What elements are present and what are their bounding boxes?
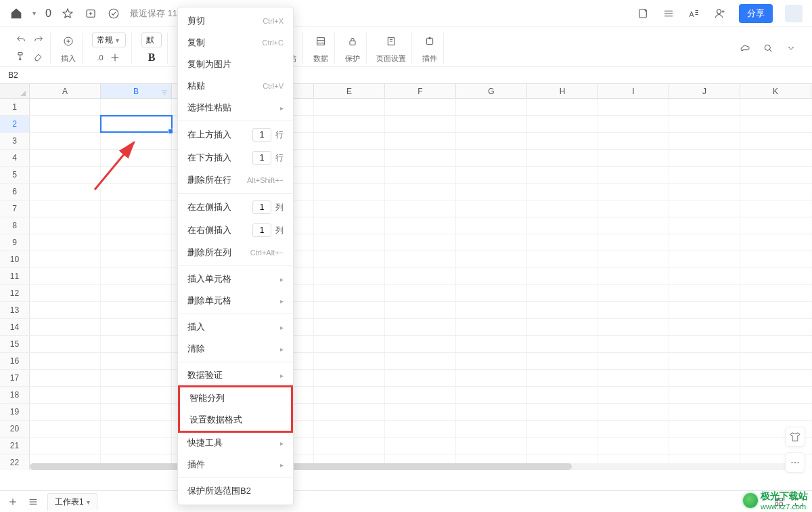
cell[interactable] bbox=[385, 404, 456, 420]
ctx-set-data-format[interactable]: 设置数据格式 bbox=[180, 409, 291, 431]
cell[interactable] bbox=[740, 251, 811, 268]
ctx-plugin[interactable]: 插件▸ bbox=[178, 454, 293, 475]
col-header[interactable]: J bbox=[669, 84, 740, 98]
cell[interactable] bbox=[669, 167, 740, 183]
cell[interactable] bbox=[456, 167, 527, 183]
cell[interactable] bbox=[527, 370, 598, 386]
col-header[interactable]: F bbox=[385, 84, 456, 98]
cell[interactable] bbox=[101, 251, 172, 268]
cell[interactable] bbox=[669, 234, 740, 251]
row-header[interactable]: 10 bbox=[0, 251, 30, 268]
cell[interactable] bbox=[314, 217, 385, 234]
cell[interactable] bbox=[456, 217, 527, 234]
row-header[interactable]: 7 bbox=[0, 200, 30, 217]
cell[interactable] bbox=[101, 336, 172, 352]
insert-plus-icon[interactable] bbox=[60, 33, 76, 49]
ctx-paste[interactable]: 粘贴Ctrl+V bbox=[178, 75, 293, 97]
cell[interactable] bbox=[598, 268, 669, 284]
cell[interactable] bbox=[598, 217, 669, 234]
ctx-insert-row-below[interactable]: 在下方插入行 bbox=[178, 146, 293, 169]
cell[interactable] bbox=[740, 217, 811, 234]
cell[interactable] bbox=[314, 319, 385, 335]
cell[interactable] bbox=[314, 133, 385, 149]
cell[interactable] bbox=[101, 217, 172, 234]
cell[interactable] bbox=[598, 370, 669, 386]
cell[interactable] bbox=[598, 200, 669, 217]
cell[interactable] bbox=[385, 353, 456, 369]
cell[interactable] bbox=[456, 370, 527, 386]
cell[interactable] bbox=[669, 251, 740, 268]
row-header[interactable]: 15 bbox=[0, 336, 30, 352]
cell[interactable] bbox=[598, 302, 669, 318]
cell[interactable] bbox=[385, 370, 456, 386]
cell[interactable] bbox=[385, 319, 456, 335]
cell[interactable] bbox=[314, 251, 385, 268]
cell[interactable] bbox=[456, 438, 527, 454]
cell[interactable] bbox=[30, 167, 101, 183]
cell[interactable] bbox=[101, 438, 172, 454]
cell[interactable] bbox=[669, 268, 740, 284]
cell[interactable] bbox=[527, 336, 598, 352]
cell[interactable] bbox=[30, 387, 101, 403]
ctx-delete-col[interactable]: 删除所在列Ctrl+Alt+− bbox=[178, 242, 293, 263]
ctx-col-right-input[interactable] bbox=[252, 223, 271, 237]
row-header[interactable]: 21 bbox=[0, 438, 30, 454]
cell[interactable] bbox=[30, 336, 101, 352]
col-header[interactable]: G bbox=[456, 84, 527, 98]
cell[interactable] bbox=[527, 421, 598, 437]
row-header[interactable]: 20 bbox=[0, 421, 30, 437]
cell[interactable] bbox=[314, 167, 385, 183]
cell[interactable] bbox=[456, 285, 527, 301]
ctx-row-below-input[interactable] bbox=[252, 151, 271, 165]
row-header[interactable]: 6 bbox=[0, 184, 30, 200]
cell[interactable] bbox=[740, 167, 811, 183]
cell[interactable] bbox=[598, 133, 669, 149]
cell[interactable] bbox=[30, 353, 101, 369]
cell[interactable] bbox=[30, 421, 101, 437]
cell[interactable] bbox=[740, 234, 811, 251]
cell[interactable] bbox=[740, 353, 811, 369]
col-header[interactable]: A bbox=[30, 84, 101, 98]
row-header[interactable]: 2 bbox=[0, 116, 30, 132]
cell[interactable] bbox=[101, 285, 172, 301]
cell[interactable] bbox=[598, 404, 669, 420]
cell[interactable] bbox=[385, 268, 456, 284]
cell[interactable] bbox=[385, 133, 456, 149]
cell[interactable] bbox=[30, 302, 101, 318]
cell[interactable] bbox=[314, 285, 385, 301]
cell[interactable] bbox=[30, 200, 101, 217]
cell[interactable] bbox=[740, 133, 811, 149]
cell[interactable] bbox=[30, 133, 101, 149]
cell[interactable] bbox=[456, 234, 527, 251]
collapse-toolbar-icon[interactable] bbox=[785, 42, 797, 54]
cell[interactable] bbox=[30, 268, 101, 284]
cell[interactable] bbox=[101, 268, 172, 284]
cell[interactable] bbox=[30, 217, 101, 234]
cell[interactable] bbox=[314, 421, 385, 437]
cell[interactable] bbox=[527, 319, 598, 335]
cell[interactable] bbox=[314, 404, 385, 420]
cell[interactable] bbox=[30, 99, 101, 115]
tshirt-icon[interactable] bbox=[785, 427, 805, 447]
share-button[interactable]: 分享 bbox=[739, 4, 773, 23]
ctx-paste-special[interactable]: 选择性粘贴▸ bbox=[178, 97, 293, 119]
cell[interactable] bbox=[527, 302, 598, 318]
cell[interactable] bbox=[30, 150, 101, 166]
cell[interactable] bbox=[598, 421, 669, 437]
font-style-icon[interactable]: A bbox=[687, 7, 701, 20]
cell[interactable] bbox=[385, 387, 456, 403]
chevron-down-icon[interactable]: ▾ bbox=[32, 9, 36, 17]
cell[interactable] bbox=[669, 217, 740, 234]
cell[interactable] bbox=[669, 370, 740, 386]
cell[interactable] bbox=[598, 99, 669, 115]
undo-icon[interactable] bbox=[15, 34, 27, 46]
cell[interactable] bbox=[669, 99, 740, 115]
cell[interactable] bbox=[456, 387, 527, 403]
ctx-insert-row-above[interactable]: 在上方插入行 bbox=[178, 123, 293, 146]
cell[interactable] bbox=[598, 387, 669, 403]
font-dropdown[interactable]: 默 bbox=[141, 33, 162, 47]
cell[interactable] bbox=[314, 302, 385, 318]
cell[interactable] bbox=[740, 319, 811, 335]
cell[interactable] bbox=[527, 167, 598, 183]
cell[interactable] bbox=[669, 387, 740, 403]
